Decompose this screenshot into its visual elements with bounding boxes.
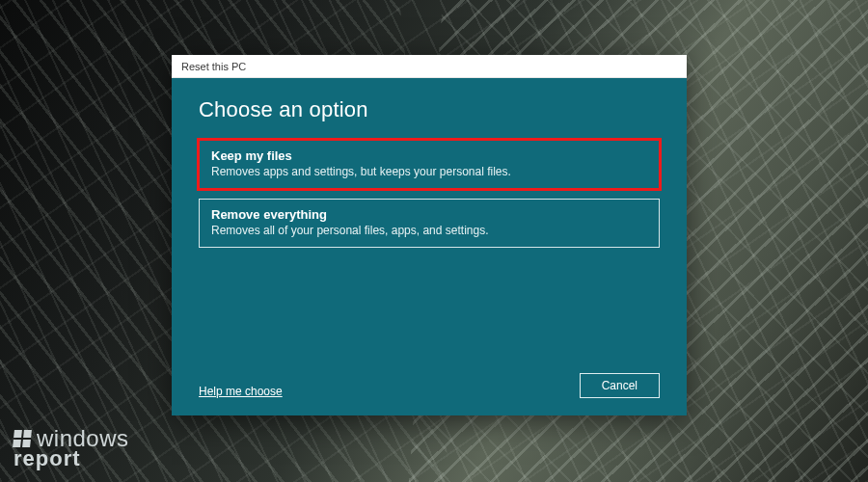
desktop-background: Reset this PC Choose an option Keep my f…: [0, 0, 868, 482]
watermark-text-2: report: [14, 449, 129, 469]
option-title: Keep my files: [211, 148, 647, 163]
dialog-titlebar: Reset this PC: [172, 55, 687, 78]
reset-pc-dialog: Reset this PC Choose an option Keep my f…: [172, 55, 687, 415]
dialog-footer: Help me choose Cancel: [199, 373, 660, 398]
option-keep-my-files[interactable]: Keep my files Removes apps and settings,…: [199, 140, 660, 189]
cancel-button[interactable]: Cancel: [580, 373, 660, 398]
option-description: Removes apps and settings, but keeps you…: [211, 165, 647, 178]
option-remove-everything[interactable]: Remove everything Removes all of your pe…: [199, 199, 660, 248]
help-me-choose-link[interactable]: Help me choose: [199, 385, 283, 398]
dialog-body: Choose an option Keep my files Removes a…: [172, 78, 687, 415]
dialog-heading: Choose an option: [199, 97, 660, 122]
option-description: Removes all of your personal files, apps…: [211, 224, 647, 237]
dialog-title: Reset this PC: [181, 61, 246, 72]
watermark: windows report: [14, 428, 129, 469]
option-title: Remove everything: [211, 207, 647, 222]
windows-logo-icon: [13, 430, 32, 447]
